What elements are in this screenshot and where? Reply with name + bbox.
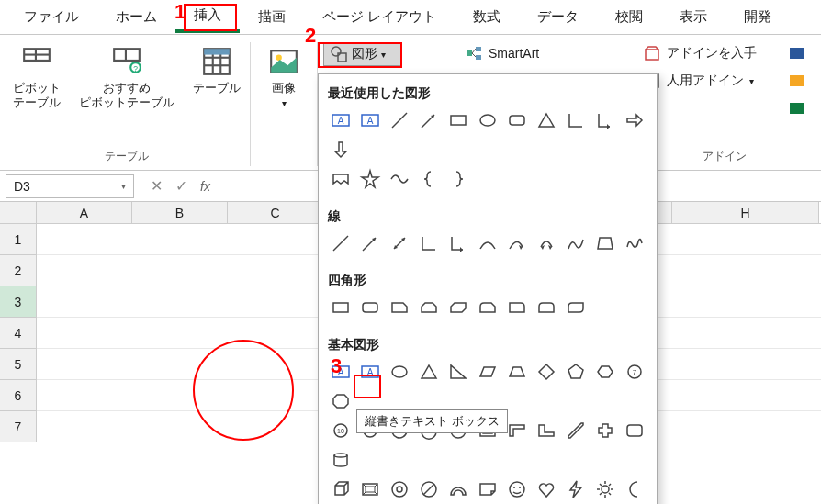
addin-people[interactable] [782,97,812,119]
row-header[interactable]: 7 [0,411,37,442]
shape-curve-arrow[interactable] [504,230,530,256]
row-header[interactable]: 4 [0,318,37,349]
shape-round2same[interactable] [534,295,559,320]
shape-hexagon[interactable] [592,359,618,385]
shape-snip2diag[interactable] [445,295,471,320]
col-header-c[interactable]: C [228,202,323,223]
shape-brace-l[interactable] [416,166,442,192]
shape-roundrect[interactable] [357,295,383,320]
tab-file[interactable]: ファイル [6,3,97,31]
tab-draw[interactable]: 描画 [240,3,304,31]
shape-triangle[interactable] [416,359,442,385]
shape-parallelogram[interactable] [475,359,500,385]
confirm-icon[interactable]: ✓ [175,177,187,195]
shape-l[interactable] [563,107,589,133]
shape-plaque[interactable] [622,418,647,443]
shape-trapezoid[interactable] [504,359,530,385]
shape-arrow-right[interactable] [622,107,647,133]
tab-review[interactable]: 校閲 [597,3,661,31]
tab-view[interactable]: 表示 [661,3,725,31]
col-header-b[interactable]: B [132,202,228,223]
shape-oval[interactable] [387,359,412,385]
shape-line-arrow[interactable] [357,230,383,256]
shape-line-double[interactable] [387,230,412,256]
pivot-table-button[interactable]: ピボット テーブル [9,42,64,113]
shape-pentagon[interactable] [563,359,589,385]
get-addin-button[interactable]: アドインを入手 [637,42,762,64]
shape-freeform-closed[interactable] [592,230,618,256]
row-header[interactable]: 3 [0,286,37,318]
col-header-h[interactable]: H [672,202,819,223]
addin-visio[interactable] [782,42,812,64]
shape-textbox-h[interactable]: A [328,107,354,133]
tab-dev[interactable]: 開発 [725,3,790,31]
select-all-corner[interactable] [0,202,37,223]
shape-bevel[interactable] [357,476,383,502]
shape-blockarc[interactable] [445,476,471,502]
shape-star[interactable] [357,166,383,192]
shape-sniproound[interactable] [475,295,500,320]
tab-data[interactable]: データ [519,3,597,31]
row-header[interactable]: 2 [0,255,37,286]
shape-donut[interactable] [387,476,412,502]
shape-diagstripe[interactable] [563,418,589,443]
svg-point-67 [513,487,515,488]
fx-icon[interactable]: fx [200,179,210,194]
shape-line[interactable] [328,230,354,256]
shape-plus[interactable] [592,418,618,443]
shape-freeform[interactable] [563,230,589,256]
shape-diamond[interactable] [534,359,559,385]
table-button[interactable]: テーブル [189,42,244,99]
shape-elbow[interactable] [416,230,442,256]
col-header-a[interactable]: A [37,202,132,223]
shape-rect[interactable] [445,107,471,133]
shape-line[interactable] [387,107,412,133]
tab-formula[interactable]: 数式 [455,3,519,31]
shape-rect[interactable] [328,295,354,320]
shape-roundrect[interactable] [504,107,530,133]
recommended-pivot-button[interactable]: ? おすすめ ピボットテーブル [75,42,178,113]
shape-triangle[interactable] [534,107,559,133]
shape-snip2same[interactable] [416,295,442,320]
shape-l-arrow[interactable] [592,107,618,133]
shape-lightning[interactable] [563,476,589,502]
shape-cube[interactable] [328,476,354,502]
shape-round1[interactable] [504,295,530,320]
shape-wave[interactable] [387,166,412,192]
shape-heart[interactable] [534,476,559,502]
shape-can[interactable] [328,447,354,473]
shape-heptagon[interactable]: 7 [622,359,647,385]
shape-curve-double[interactable] [534,230,559,256]
shape-scribble[interactable] [622,230,647,256]
shape-nosymbol[interactable] [416,476,442,502]
tab-home[interactable]: ホーム [97,3,175,31]
shape-textbox-v[interactable]: A [357,107,383,133]
shape-sun[interactable] [592,476,618,502]
row-header[interactable]: 6 [0,380,37,411]
row-header[interactable]: 1 [0,224,37,255]
shape-octagon[interactable] [328,388,354,414]
shape-rtriangle[interactable] [445,359,471,385]
image-button[interactable]: 画像▾ [256,42,311,113]
shape-moon[interactable] [622,476,647,502]
shape-halfframe[interactable] [504,418,530,443]
shape-curve[interactable] [475,230,500,256]
name-box[interactable]: D3 ▾ [6,174,134,198]
shape-banner[interactable] [328,166,354,192]
shape-round2diag[interactable] [563,295,589,320]
shape-smiley[interactable] [504,476,530,502]
shape-decagon[interactable]: 10 [328,418,354,443]
shape-brace-r[interactable] [445,166,471,192]
shape-arrow-down[interactable] [328,137,354,162]
row-header[interactable]: 5 [0,349,37,380]
shape-elbow-arrow[interactable] [445,230,471,256]
shape-lshape[interactable] [534,418,559,443]
shape-line-arrow[interactable] [416,107,442,133]
smartart-button[interactable]: SmartArt [459,42,545,64]
shape-foldedcorner[interactable] [475,476,500,502]
cancel-icon[interactable]: ✕ [151,177,163,195]
shape-snip1[interactable] [387,295,412,320]
shape-oval[interactable] [475,107,500,133]
tab-layout[interactable]: ページ レイアウト [304,3,455,31]
addin-bing[interactable] [782,70,812,92]
